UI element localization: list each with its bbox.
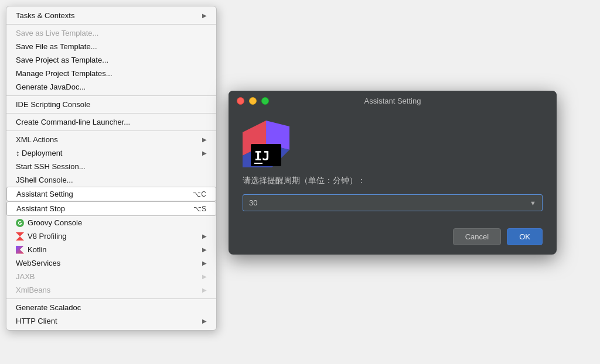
dialog-buttons: Cancel OK (229, 222, 557, 255)
arrow-icon: ▶ (202, 12, 207, 19)
menu-item-generate-javadoc[interactable]: Generate JavaDoc... (6, 80, 216, 94)
svg-text:IJ: IJ (254, 149, 270, 163)
menu-item-deployment[interactable]: ↕ Deployment ▶ (6, 146, 216, 160)
menu-separator-2 (6, 95, 216, 96)
context-menu: Tasks & Contexts ▶ Save as Live Template… (6, 6, 217, 331)
menu-separator-5 (6, 298, 216, 299)
menu-item-start-ssh[interactable]: Start SSH Session... (6, 160, 216, 173)
menu-item-create-launcher[interactable]: Create Command-line Launcher... (6, 115, 216, 129)
dropdown-value: 30 (249, 198, 257, 207)
dialog-overlay: Assistant Setting (229, 91, 557, 255)
menu-item-jaxb: JAXB ▶ (6, 270, 216, 283)
menu-item-webservices[interactable]: WebServices ▶ (6, 256, 216, 270)
menu-separator-1 (6, 24, 216, 25)
menu-item-generate-scaladoc[interactable]: Generate Scaladoc (6, 301, 216, 314)
ij-logo: IJ (243, 121, 289, 167)
dialog-prompt: 请选择提醒周期（单位：分钟）： (243, 176, 543, 186)
menu-item-manage-templates[interactable]: Manage Project Templates... (6, 67, 216, 80)
v8-icon (16, 232, 24, 241)
menu-item-tasks-contexts[interactable]: Tasks & Contexts ▶ (6, 9, 216, 22)
menu-item-kotlin[interactable]: Kotlin ▶ (6, 243, 216, 256)
arrow-icon: ▶ (202, 246, 207, 253)
menu-item-save-file[interactable]: Save File as Template... (6, 40, 216, 53)
shortcut-label: ⌥S (193, 205, 206, 213)
assistant-setting-dialog: Assistant Setting (229, 91, 557, 255)
menu-item-save-live: Save as Live Template... (6, 26, 216, 40)
chevron-down-icon: ▼ (530, 200, 536, 207)
svg-marker-1 (16, 236, 24, 241)
menu-item-assistant-stop[interactable]: Assistant Stop ⌥S (6, 201, 216, 216)
menu-separator-3 (6, 113, 216, 114)
maximize-button[interactable] (261, 97, 269, 105)
dropdown-row: 30 ▼ (243, 194, 543, 211)
arrow-icon: ▶ (202, 233, 207, 239)
dialog-titlebar: Assistant Setting (229, 91, 557, 111)
minimize-button[interactable] (249, 97, 257, 105)
arrow-icon: ▶ (202, 287, 207, 293)
menu-item-save-project[interactable]: Save Project as Template... (6, 53, 216, 67)
menu-separator-4 (6, 131, 216, 131)
menu-item-xmlbeans: XmlBeans ▶ (6, 283, 216, 297)
arrow-icon: ▶ (202, 260, 207, 266)
cancel-button[interactable]: Cancel (453, 228, 501, 245)
menu-item-ide-scripting[interactable]: IDE Scripting Console (6, 98, 216, 111)
ok-button[interactable]: OK (507, 228, 543, 245)
menu-item-xml-actions[interactable]: XML Actions ▶ (6, 133, 216, 146)
groovy-icon: G (16, 219, 24, 227)
arrow-icon: ▶ (202, 150, 207, 156)
menu-item-jshell[interactable]: JShell Console... (6, 173, 216, 187)
kotlin-icon (16, 246, 24, 254)
traffic-lights (237, 97, 269, 105)
menu-item-http-client[interactable]: HTTP Client ▶ (6, 314, 216, 328)
arrow-icon: ▶ (202, 273, 207, 280)
period-dropdown[interactable]: 30 ▼ (243, 194, 543, 211)
arrow-icon: ▶ (202, 318, 207, 324)
dialog-body: IJ 请选择提醒周期（单位：分钟）： 30 ▼ (229, 111, 557, 222)
close-button[interactable] (237, 97, 244, 105)
shortcut-label: ⌥C (193, 190, 206, 198)
menu-item-assistant-setting[interactable]: Assistant Setting ⌥C (6, 187, 216, 201)
dialog-title: Assistant Setting (364, 97, 421, 105)
arrow-icon: ▶ (202, 136, 207, 143)
menu-item-v8-profiling[interactable]: V8 Profiling ▶ (6, 229, 216, 243)
menu-item-groovy-console[interactable]: G Groovy Console (6, 216, 216, 229)
svg-marker-0 (16, 232, 24, 236)
svg-rect-7 (254, 163, 262, 164)
